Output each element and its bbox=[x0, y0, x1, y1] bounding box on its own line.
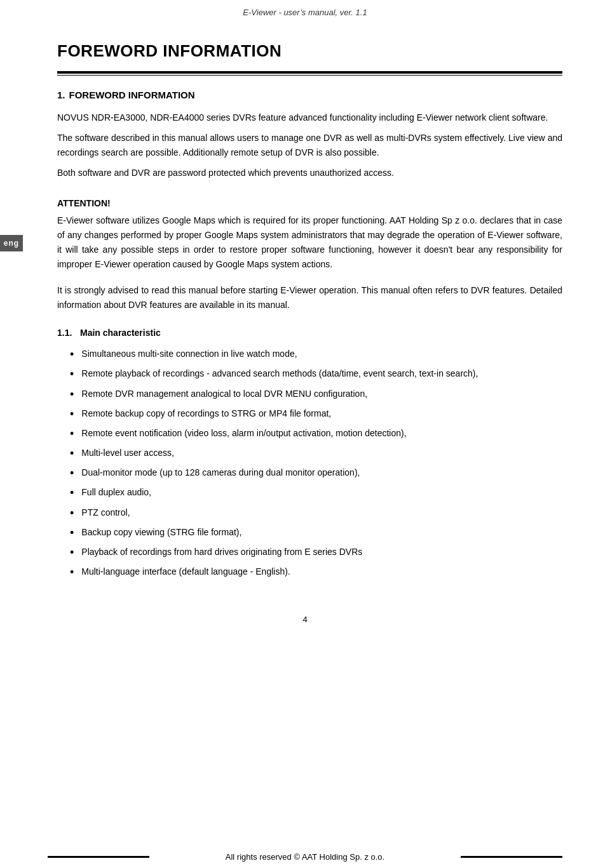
header-title: E-Viewer - user’s manual, ver. 1.1 bbox=[243, 8, 367, 17]
lang-label: eng bbox=[4, 239, 19, 248]
page: E-Viewer - user’s manual, ver. 1.1 eng F… bbox=[0, 0, 610, 868]
section-1-1: 1.1. Main characteristic Simultaneous mu… bbox=[57, 328, 562, 580]
list-item: Multi-language interface (default langua… bbox=[70, 564, 562, 580]
intro-text-1: NOVUS NDR-EA3000, NDR-EA4000 series DVRs… bbox=[57, 112, 548, 123]
intro-text-3: Both software and DVR are password prote… bbox=[57, 168, 394, 178]
list-item: Backup copy viewing (STRG file format), bbox=[70, 525, 562, 541]
page-number: 4 bbox=[0, 615, 610, 628]
thick-divider bbox=[57, 71, 562, 74]
footer-text: All rights reserved © AAT Holding Sp. z … bbox=[149, 852, 461, 862]
list-item: Remote event notification (video loss, a… bbox=[70, 426, 562, 442]
language-tab: eng bbox=[0, 235, 23, 251]
list-item: Remote DVR management analogical to loca… bbox=[70, 387, 562, 403]
intro-paragraph-3: Both software and DVR are password prote… bbox=[57, 166, 562, 180]
attention-label: ATTENTION! bbox=[57, 198, 562, 208]
page-title: FOREWORD INFORMATION bbox=[57, 41, 562, 61]
list-item: Remote playback of recordings - advanced… bbox=[70, 366, 562, 382]
list-item: PTZ control, bbox=[70, 505, 562, 521]
section-1-1-number: 1.1. bbox=[57, 328, 76, 338]
list-item: Simultaneous multi-site connection in li… bbox=[70, 347, 562, 363]
section-1-heading: FOREWORD INFORMATION bbox=[69, 90, 195, 100]
thin-divider bbox=[57, 75, 562, 76]
page-footer: All rights reserved © AAT Holding Sp. z … bbox=[0, 846, 610, 868]
attention-text-1: E-Viewer software utilizes Google Maps w… bbox=[57, 213, 562, 272]
attention-block: ATTENTION! E-Viewer software utilizes Go… bbox=[57, 198, 562, 272]
list-item: Full duplex audio, bbox=[70, 485, 562, 501]
list-item: Playback of recordings from hard drives … bbox=[70, 545, 562, 561]
intro-text-2: The software described in this manual al… bbox=[57, 133, 562, 157]
intro-paragraph-2: The software described in this manual al… bbox=[57, 131, 562, 159]
section-1-1-title: Main characteristic bbox=[80, 328, 161, 338]
advised-text-content: It is strongly advised to read this manu… bbox=[57, 285, 562, 310]
footer-right-rule bbox=[461, 856, 562, 858]
list-item: Dual-monitor mode (up to 128 cameras dur… bbox=[70, 465, 562, 481]
section-1-number: 1. bbox=[57, 90, 65, 100]
page-header: E-Viewer - user’s manual, ver. 1.1 bbox=[0, 0, 610, 22]
list-item: Multi-level user access, bbox=[70, 446, 562, 462]
footer-left-rule bbox=[48, 856, 149, 858]
list-item: Remote backup copy of recordings to STRG… bbox=[70, 406, 562, 422]
advised-text: It is strongly advised to read this manu… bbox=[57, 283, 562, 312]
section-1-1-header-row: 1.1. Main characteristic bbox=[57, 328, 562, 338]
section-1: 1. FOREWORD INFORMATION NOVUS NDR-EA3000… bbox=[57, 90, 562, 312]
intro-paragraph-1: NOVUS NDR-EA3000, NDR-EA4000 series DVRs… bbox=[57, 110, 562, 124]
page-content: FOREWORD INFORMATION 1. FOREWORD INFORMA… bbox=[0, 22, 610, 610]
bullet-list: Simultaneous multi-site connection in li… bbox=[57, 347, 562, 580]
